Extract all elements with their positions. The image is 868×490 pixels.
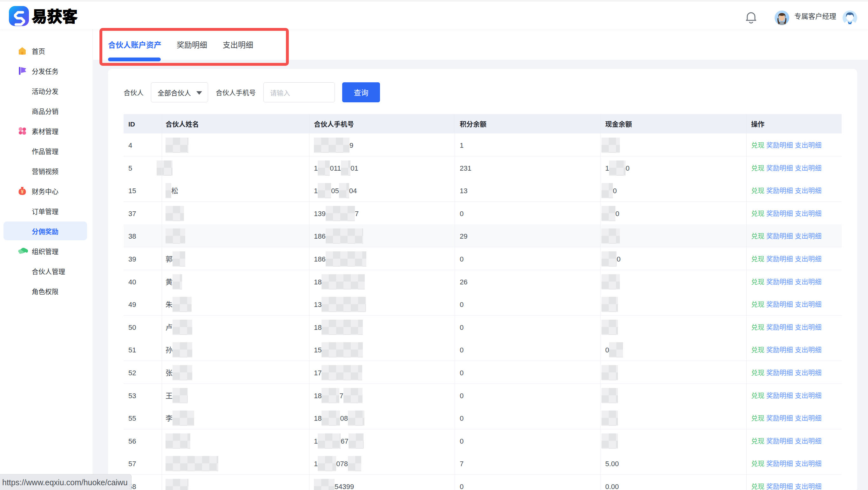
svg-text:¥: ¥ bbox=[21, 187, 24, 195]
